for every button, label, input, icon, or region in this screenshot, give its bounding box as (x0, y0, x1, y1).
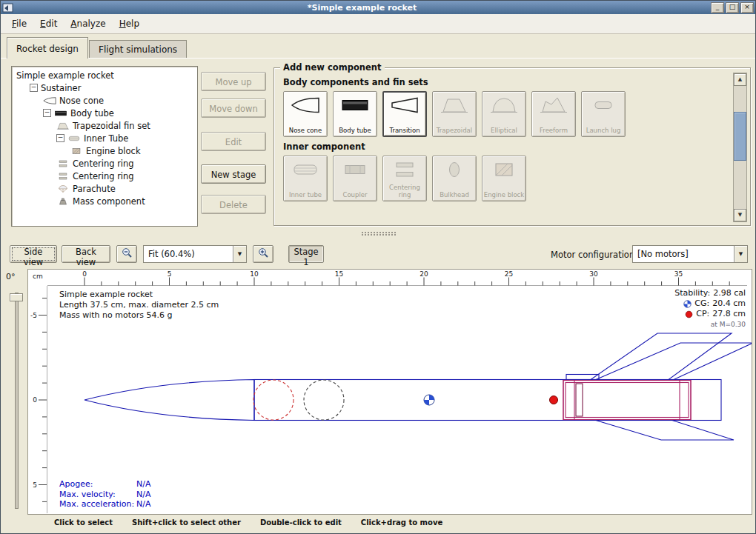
engine-block-icon (70, 147, 83, 156)
ruler-tick-label: 25 (505, 270, 513, 278)
component-button-label: Engine block (484, 192, 524, 198)
component-button-label: Launch lug (586, 127, 621, 134)
component-button-label: Inner tube (289, 192, 322, 198)
chevron-down-icon[interactable]: ▼ (233, 246, 246, 262)
fin-upper-far[interactable] (596, 343, 752, 380)
tree-item-centering-ring[interactable]: Centering ring (12, 157, 197, 170)
cp-icon (685, 310, 693, 318)
body-tube-icon (340, 96, 370, 115)
launch-lug-icon (588, 96, 618, 115)
zoom-out-icon (122, 247, 133, 258)
ruler-tick-label: 5 (168, 270, 172, 278)
tab-rocket-design[interactable]: Rocket design (7, 37, 88, 59)
stage-1-toggle[interactable]: Stage 1 (288, 245, 324, 263)
parachute-marker[interactable] (253, 380, 294, 420)
scroll-down-icon[interactable]: ▼ (734, 209, 746, 221)
component-button-body-tube[interactable]: Body tube (333, 91, 377, 137)
zoom-out-button[interactable] (116, 245, 137, 263)
rotation-slider-track[interactable] (15, 293, 19, 509)
launch-lug-icon (588, 96, 618, 117)
component-button-label: Freeform (540, 127, 568, 134)
body-tube-icon (340, 96, 370, 117)
side-view-button[interactable]: Side view (10, 245, 57, 263)
component-button-nose-cone[interactable]: Nose cone (283, 91, 328, 137)
tree-item-mass-component[interactable]: Mass component (12, 195, 197, 207)
inner-tube-icon (291, 160, 320, 181)
fin-lower[interactable] (596, 421, 734, 441)
menu-edit[interactable]: Edit (33, 16, 64, 32)
rocket-length: Length 37.5 cm, max. diameter 2.5 cm (59, 300, 219, 310)
component-scrollbar[interactable]: ▲ ▼ (733, 73, 747, 222)
ruler-tick-label: -5 (30, 312, 37, 319)
menubar: FileEditAnalyzeHelp (1, 14, 755, 34)
component-button-launch-lug: Launch lug (581, 91, 626, 137)
zoom-in-button[interactable] (253, 245, 273, 263)
menu-help[interactable]: Help (113, 16, 146, 32)
zoom-select[interactable]: Fit (60.4%) ▼ (143, 245, 247, 263)
rocket-info: Simple example rocket Length 37.5 cm, ma… (59, 290, 219, 321)
hint-shift-click-to-select-other: Shift+click to select other (132, 518, 241, 527)
inner-tube-icon (67, 134, 81, 143)
minimize-button[interactable]: _ (711, 2, 724, 13)
scroll-up-icon[interactable]: ▲ (734, 73, 746, 86)
section-label-body-components-and-fin-sets: Body components and fin sets (283, 77, 731, 87)
back-view-button[interactable]: Back view (62, 245, 110, 263)
fin-icon (56, 121, 70, 130)
rotation-slider-thumb[interactable] (10, 293, 23, 301)
tree-item-engine-block[interactable]: Engine block (12, 144, 197, 157)
tree-item-label: Inner Tube (84, 133, 128, 144)
flight-stats: Apogee:N/AMax. velocity:N/AMax. accelera… (59, 479, 150, 510)
new-stage-button[interactable]: New stage (201, 164, 266, 184)
window-title: *Simple example rocket (15, 3, 709, 13)
component-button-label: Centering ring (384, 184, 425, 198)
tree-item-label: Trapezoidal fin set (73, 121, 150, 131)
mass-component-marker[interactable] (304, 380, 344, 420)
tab-flight-simulations[interactable]: Flight simulations (89, 40, 187, 59)
chevron-down-icon[interactable]: ▼ (734, 246, 747, 262)
mass-icon (56, 197, 70, 206)
body-tube-outline[interactable] (254, 380, 721, 421)
component-button-label: Elliptical (491, 127, 517, 134)
tree-item-inner-tube[interactable]: −Inner Tube (12, 132, 197, 144)
fin-elliptical-icon (489, 96, 519, 117)
tree-item-body-tube[interactable]: −Body tube (12, 107, 197, 119)
centering-ring-icon (56, 159, 70, 168)
menu-analyze[interactable]: Analyze (64, 16, 112, 32)
component-button-transition[interactable]: Transition (382, 91, 427, 137)
tree-expander-icon[interactable]: − (43, 109, 51, 117)
tree-item-trapezoidal-fin-set[interactable]: Trapezoidal fin set (12, 119, 197, 132)
component-tree[interactable]: Simple example rocket−SustainerNose cone… (11, 66, 198, 227)
tree-expander-icon[interactable]: − (30, 84, 38, 92)
parachute-icon (56, 184, 70, 193)
centering-ring-icon (390, 160, 420, 181)
scrollbar-thumb[interactable] (734, 112, 746, 161)
component-button-freeform: Freeform (531, 91, 576, 137)
tree-item-nose-cone[interactable]: Nose cone (12, 94, 197, 107)
maximize-button[interactable]: □ (726, 2, 739, 13)
motor-configuration-select[interactable]: [No motors] ▼ (632, 245, 748, 263)
body-tube-icon (54, 109, 67, 118)
tree-expander-icon[interactable]: − (56, 134, 64, 142)
tree-item-sustainer[interactable]: −Sustainer (12, 81, 197, 94)
rocket-drawing[interactable] (84, 333, 752, 440)
tree-item-parachute[interactable]: Parachute (12, 182, 197, 195)
component-button-label: Coupler (342, 192, 367, 198)
component-button-label: Nose cone (289, 127, 322, 134)
engine-block-icon (70, 147, 83, 156)
close-button[interactable]: × (740, 2, 754, 13)
tree-item-centering-ring[interactable]: Centering ring (12, 170, 197, 182)
title-bar[interactable]: *Simple example rocket _ □ × (1, 1, 755, 14)
move-up-button: Move up (201, 72, 266, 91)
menu-file[interactable]: File (5, 16, 33, 32)
ruler-tick-label: 10 (250, 270, 259, 278)
tree-item-simple-example-rocket[interactable]: Simple example rocket (12, 69, 197, 81)
motor-mount[interactable] (563, 381, 691, 420)
splitter-handle[interactable] (362, 231, 396, 237)
rocket-canvas[interactable]: 05101520253035 -505 cm (27, 269, 752, 515)
component-button-engine-block: Engine block (482, 156, 526, 201)
body-tube-icon (54, 109, 67, 118)
nose-cone-outline[interactable] (84, 380, 254, 421)
nose-cone-icon (291, 96, 320, 117)
centering-ring-icon (56, 172, 70, 181)
delete-button: Delete (201, 195, 266, 214)
